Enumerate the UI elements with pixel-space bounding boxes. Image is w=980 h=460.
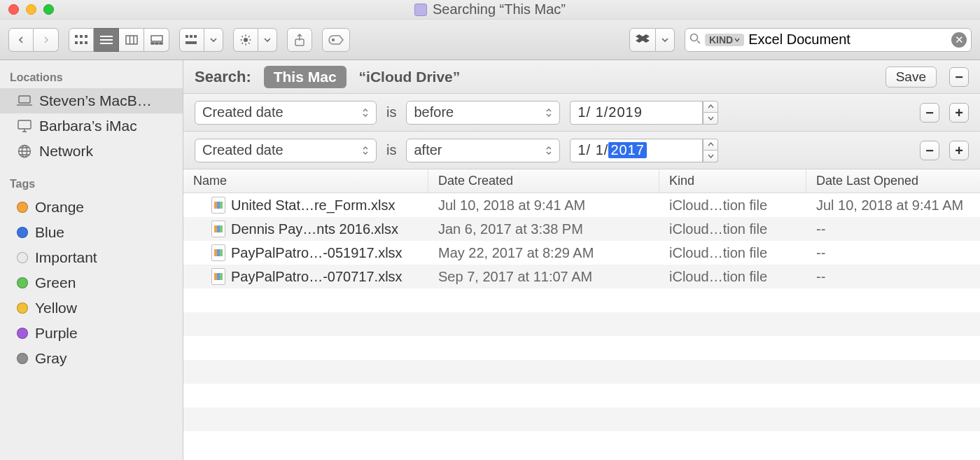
stepper-down-icon[interactable] <box>703 113 718 125</box>
file-name: PayPalPatro…-070717.xlsx <box>231 269 402 285</box>
close-window-button[interactable] <box>8 4 19 15</box>
globe-icon <box>17 144 32 159</box>
criteria-attribute-select[interactable]: Created date <box>195 101 377 125</box>
file-date-created: Jan 6, 2017 at 3:38 PM <box>428 221 659 237</box>
table-row[interactable]: PayPalPatro…-051917.xlsx May 22, 2017 at… <box>183 241 980 265</box>
add-criteria-button[interactable]: + <box>949 141 969 160</box>
file-date-created: Sep 7, 2017 at 11:07 AM <box>428 269 659 285</box>
svg-rect-7 <box>100 39 113 41</box>
view-icons-button[interactable] <box>69 28 94 52</box>
view-list-button[interactable] <box>94 28 119 52</box>
svg-rect-8 <box>100 43 113 44</box>
group-by-button[interactable] <box>179 28 223 52</box>
svg-rect-3 <box>75 41 78 44</box>
tags-button[interactable] <box>322 28 350 52</box>
criteria-is-label: is <box>386 104 396 120</box>
svg-point-20 <box>244 38 248 42</box>
zoom-window-button[interactable] <box>43 4 54 15</box>
stepper-up-icon[interactable] <box>703 101 718 113</box>
empty-row <box>183 431 980 455</box>
stepper-down-icon[interactable] <box>703 151 718 162</box>
minimize-window-button[interactable] <box>26 4 36 15</box>
remove-scope-button[interactable]: − <box>949 67 969 87</box>
file-name: PayPalPatro…-051917.xlsx <box>231 245 402 261</box>
forward-button[interactable] <box>34 28 59 52</box>
svg-rect-9 <box>126 36 137 44</box>
col-date-created[interactable]: Date Created <box>428 169 659 193</box>
xlsx-file-icon <box>211 197 225 214</box>
col-kind[interactable]: Kind <box>659 169 806 193</box>
dropbox-button[interactable] <box>629 28 675 52</box>
sidebar-tag-orange[interactable]: Orange <box>0 195 183 220</box>
criteria-date-stepper[interactable] <box>703 101 718 125</box>
criteria-date-input[interactable]: 1/ 1/2019 <box>570 101 703 125</box>
search-kind-token[interactable]: KIND <box>705 34 744 46</box>
empty-row <box>183 360 980 384</box>
svg-rect-26 <box>18 120 31 129</box>
view-gallery-button[interactable] <box>144 28 169 52</box>
scope-icloud-drive[interactable]: “iCloud Drive” <box>359 69 461 85</box>
file-name: Dennis Pay…nts 2016.xlsx <box>231 221 398 237</box>
view-columns-button[interactable] <box>119 28 144 52</box>
sidebar-item-this-mac[interactable]: Steven’s MacB… <box>0 88 183 113</box>
sidebar-tag-gray[interactable]: Gray <box>0 346 183 371</box>
sidebar-item-label: Orange <box>35 199 84 216</box>
file-date-opened: -- <box>806 221 980 237</box>
file-kind: iCloud…tion file <box>659 221 806 237</box>
remove-criteria-button[interactable]: − <box>920 103 939 123</box>
laptop-icon <box>17 93 32 109</box>
save-search-button[interactable]: Save <box>886 67 937 88</box>
criteria-operator-select[interactable]: before <box>406 101 560 125</box>
file-kind: iCloud…tion file <box>659 269 806 285</box>
xlsx-file-icon <box>211 221 225 237</box>
search-field[interactable]: KIND ✕ <box>685 28 972 52</box>
svg-point-23 <box>691 34 698 41</box>
share-button[interactable] <box>287 28 312 52</box>
scope-this-mac[interactable]: This Mac <box>264 66 346 88</box>
add-criteria-button[interactable]: + <box>949 103 969 123</box>
table-row[interactable]: United Stat…re_Form.xlsx Jul 10, 2018 at… <box>183 193 980 217</box>
sidebar-item-imac[interactable]: Barbara’s iMac <box>0 113 183 139</box>
titlebar: Searching “This Mac” <box>0 0 980 20</box>
file-kind: iCloud…tion file <box>659 245 806 261</box>
criteria-date-input[interactable]: 1/ 1/2017 <box>570 139 703 162</box>
col-date-opened[interactable]: Date Last Opened <box>806 169 980 193</box>
file-date-opened: -- <box>806 269 980 285</box>
xlsx-file-icon <box>211 268 225 285</box>
remove-criteria-button[interactable]: − <box>920 141 939 160</box>
file-name: United Stat…re_Form.xlsx <box>231 197 396 214</box>
sidebar-item-network[interactable]: Network <box>0 139 183 164</box>
sidebar-tag-green[interactable]: Green <box>0 270 183 295</box>
tag-dot-icon <box>17 302 28 314</box>
search-input[interactable] <box>748 32 947 48</box>
criteria-date-stepper[interactable] <box>703 139 718 162</box>
sidebar-heading-locations: Locations <box>0 67 183 88</box>
sidebar-item-label: Important <box>35 249 97 266</box>
svg-rect-19 <box>186 41 197 44</box>
sidebar-item-label: Barbara’s iMac <box>39 118 137 134</box>
sidebar-tag-purple[interactable]: Purple <box>0 321 183 346</box>
stepper-up-icon[interactable] <box>703 139 718 151</box>
sidebar-heading-tags: Tags <box>0 174 183 195</box>
criteria-attribute-select[interactable]: Created date <box>195 139 377 162</box>
file-date-opened: Jul 10, 2018 at 9:41 AM <box>806 197 980 214</box>
svg-rect-16 <box>186 35 188 38</box>
results-list: United Stat…re_Form.xlsx Jul 10, 2018 at… <box>183 193 980 460</box>
empty-row <box>183 384 980 407</box>
svg-rect-2 <box>85 35 88 38</box>
sidebar-tag-blue[interactable]: Blue <box>0 220 183 245</box>
svg-rect-5 <box>85 41 88 44</box>
action-menu-button[interactable] <box>233 28 277 52</box>
sidebar-tag-yellow[interactable]: Yellow <box>0 295 183 321</box>
clear-search-button[interactable]: ✕ <box>951 32 967 48</box>
sidebar-tag-important[interactable]: Important <box>0 245 183 270</box>
criteria-operator-select[interactable]: after <box>406 139 560 162</box>
back-button[interactable] <box>8 28 34 52</box>
empty-row <box>183 312 980 336</box>
criteria-row: Created date is after 1/ 1/2017 − + <box>183 132 980 169</box>
table-row[interactable]: PayPalPatro…-070717.xlsx Sep 7, 2017 at … <box>183 265 980 288</box>
table-row[interactable]: Dennis Pay…nts 2016.xlsx Jan 6, 2017 at … <box>183 217 980 241</box>
svg-point-22 <box>332 39 335 41</box>
col-name[interactable]: Name <box>183 169 428 193</box>
sidebar-item-label: Purple <box>35 325 78 342</box>
